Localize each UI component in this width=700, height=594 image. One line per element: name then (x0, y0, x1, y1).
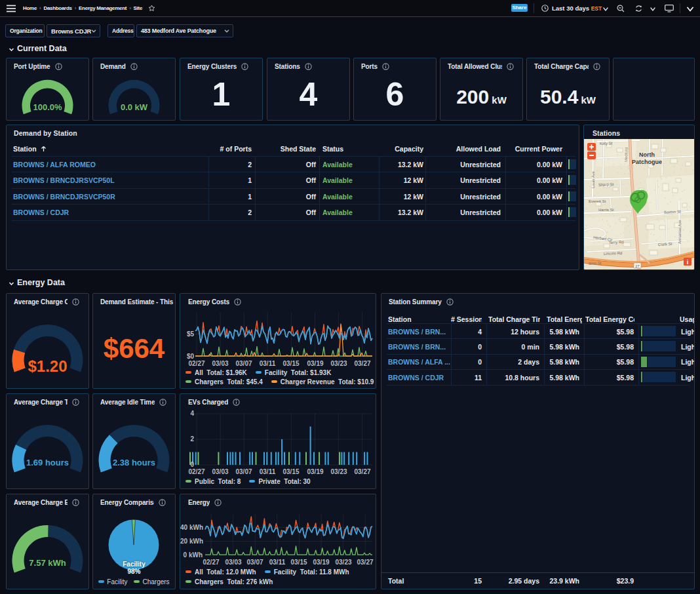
svg-text:Clark St: Clark St (658, 242, 672, 247)
svg-text:North: North (639, 151, 655, 158)
svg-text:Katy St: Katy St (600, 141, 613, 146)
svg-text:Terry Rd: Terry Rd (609, 240, 624, 245)
svg-text:Medford: Medford (624, 148, 629, 162)
svg-text:Harris St: Harris St (598, 208, 614, 212)
svg-text:Patchogue: Patchogue (632, 159, 662, 165)
svg-text:Annanias Ave: Annanias Ave (678, 220, 682, 244)
svg-text:i: i (687, 259, 689, 266)
svg-text:Lincoln Rd: Lincoln Rd (604, 251, 623, 256)
svg-text:27: 27 (635, 264, 640, 268)
svg-text:Louis Ave: Louis Ave (591, 170, 595, 188)
svg-text:Sinn St: Sinn St (589, 261, 602, 266)
svg-text:Sharp St: Sharp St (598, 182, 614, 187)
svg-text:Everett St: Everett St (589, 199, 606, 203)
